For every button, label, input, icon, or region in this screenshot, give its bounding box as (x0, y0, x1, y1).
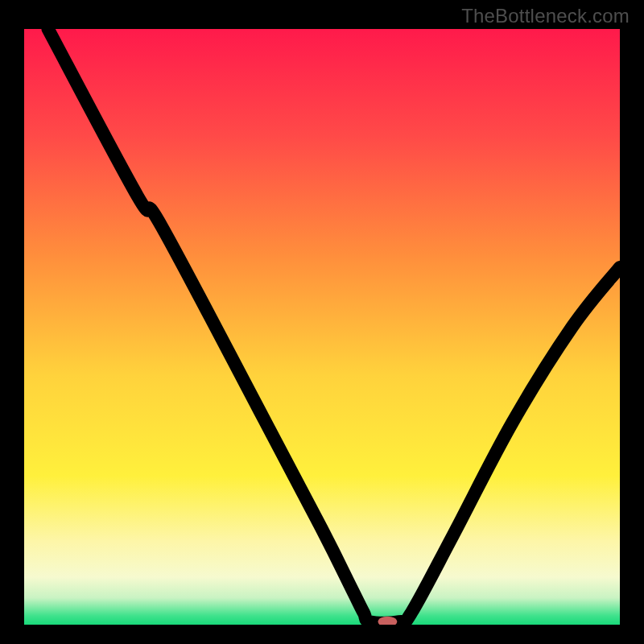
watermark-text: TheBottleneck.com (461, 5, 630, 27)
chart-svg (24, 29, 620, 625)
chart-frame: TheBottleneck.com (0, 0, 644, 644)
plot-area (24, 29, 620, 625)
